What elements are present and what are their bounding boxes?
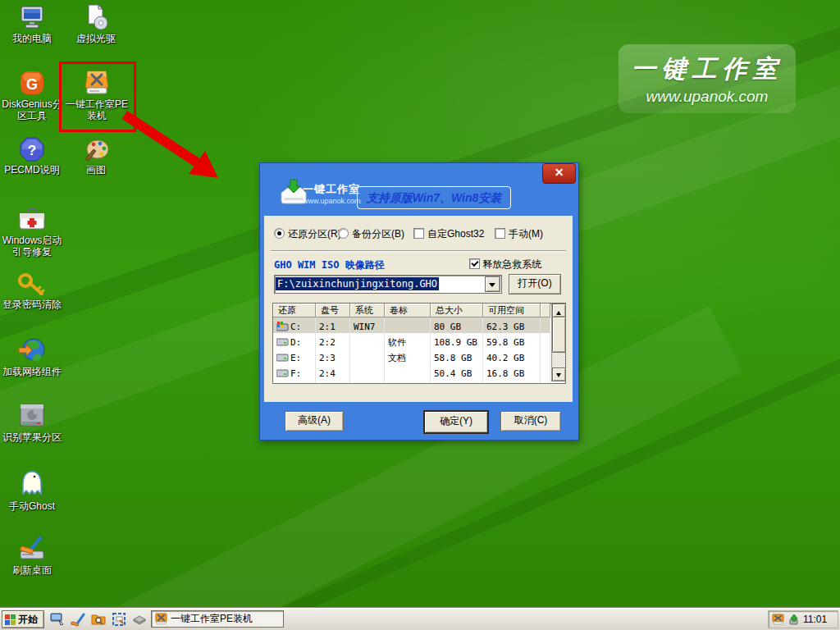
checkbox-manual[interactable]: 手动(M) xyxy=(495,227,543,241)
checkbox-ghost-label: 自定Ghost32 xyxy=(427,228,484,240)
table-row[interactable]: D: 2:2 软件 108.9 GB 59.8 GB xyxy=(273,333,550,349)
paint-icon xyxy=(82,136,110,162)
close-button[interactable]: ✕ xyxy=(542,163,576,184)
icon-label: 加载网络组件 xyxy=(2,367,62,378)
col-disk[interactable]: 盘号 xyxy=(316,304,350,317)
icon-label: 虚拟光驱 xyxy=(76,34,116,45)
desktop-icon-pecmd-help[interactable]: ? PECMD说明 xyxy=(3,136,61,176)
image-path-combobox[interactable]: F:\zuixinchunjingxitong.GHO xyxy=(274,275,502,294)
icon-label: 刷新桌面 xyxy=(12,565,52,577)
show-desktop-icon[interactable] xyxy=(49,611,66,628)
cancel-button[interactable]: 取消(C) xyxy=(500,411,561,431)
desktop-icon-apple-partition[interactable]: 识别苹果分区 xyxy=(0,402,64,444)
screen-capture-icon[interactable] xyxy=(111,611,127,628)
col-free[interactable]: 可用空间 xyxy=(483,304,541,317)
col-system[interactable]: 系统 xyxy=(350,304,385,317)
scroll-thumb[interactable] xyxy=(552,317,566,353)
desktop-icon-paint[interactable]: 画图 xyxy=(71,136,121,176)
desktop-icon-manual-ghost[interactable]: 手动Ghost xyxy=(0,469,64,513)
desktop-icon-virtual-cdrom[interactable]: 虚拟光驱 xyxy=(69,3,123,45)
diskgenius-icon: G xyxy=(18,69,46,97)
pecmd-help-icon: ? xyxy=(19,136,45,162)
radio-icon xyxy=(338,228,349,239)
partition-table-grid: 还原 盘号 系统 卷标 总大小 可用空间 C: 2:1 WIN7 80 GB xyxy=(273,304,550,384)
pe-installer-dialog: 一键工作室 www.upanok.com 支持原版Win7、Win8安装 ✕ 还… xyxy=(259,162,579,441)
system-tray: 11:01 xyxy=(768,610,838,628)
watermark-panel: 一键工作室 www.upanok.com xyxy=(619,44,796,113)
start-label: 开始 xyxy=(18,613,38,627)
icon-label: 画图 xyxy=(86,165,106,176)
radio-backup-partition[interactable]: 备份分区(B) xyxy=(338,227,404,241)
dialog-brand-title: 一键工作室 xyxy=(303,182,361,197)
icon-label: 识别苹果分区 xyxy=(2,432,62,444)
refresh-desktop-icon xyxy=(17,535,47,563)
annotation-arrow xyxy=(115,107,230,189)
drive-icon xyxy=(276,338,289,346)
advanced-button[interactable]: 高级(A) xyxy=(285,411,344,431)
virtual-cdrom-icon xyxy=(82,3,110,31)
table-row[interactable]: usbU: 1:1 一键 7 GB 7 GB xyxy=(273,380,550,384)
table-row[interactable]: F: 2:4 50.4 GB 16.8 GB xyxy=(273,364,550,380)
partition-table[interactable]: 还原 盘号 系统 卷标 总大小 可用空间 C: 2:1 WIN7 80 GB xyxy=(272,303,566,384)
dialog-brand: 一键工作室 www.upanok.com xyxy=(303,182,361,205)
checkbox-custom-ghost32[interactable]: 自定Ghost32 xyxy=(413,227,484,241)
scroll-up-button[interactable] xyxy=(552,304,566,317)
quick-launch xyxy=(49,611,148,628)
tray-pe-icon[interactable] xyxy=(772,614,784,625)
icon-label: PECMD说明 xyxy=(4,165,59,176)
clock[interactable]: 11:01 xyxy=(803,614,827,625)
desktop-icon-diskgenius[interactable]: G DiskGenius分区工具 xyxy=(2,69,62,122)
icon-label: Windows启动引导修复 xyxy=(0,235,64,258)
table-scrollbar[interactable] xyxy=(551,304,565,381)
col-volume[interactable]: 卷标 xyxy=(385,304,431,317)
taskbar: 开始 一键工作室PE装机 xyxy=(0,608,840,630)
explorer-search-icon[interactable] xyxy=(90,611,107,628)
task-app-icon xyxy=(155,613,167,625)
tray-eject-icon[interactable] xyxy=(787,614,799,625)
svg-text:G: G xyxy=(26,76,38,93)
col-filler xyxy=(541,304,550,317)
start-button[interactable]: 开始 xyxy=(2,610,44,628)
device-icon[interactable] xyxy=(131,611,148,628)
password-key-icon xyxy=(17,272,47,297)
desktop-icon-boot-repair[interactable]: Windows启动引导修复 xyxy=(0,207,64,258)
col-restore[interactable]: 还原 xyxy=(273,304,316,317)
combobox-dropdown-button[interactable] xyxy=(485,276,500,292)
network-globe-icon xyxy=(17,336,47,364)
taskbar-task-button[interactable]: 一键工作室PE装机 xyxy=(151,610,284,628)
task-label: 一键工作室PE装机 xyxy=(171,612,253,626)
radio-restore-label: 还原分区(R) xyxy=(288,228,341,240)
checkbox-icon xyxy=(413,228,424,239)
icon-label: 手动Ghost xyxy=(9,501,55,513)
drive-icon xyxy=(276,369,289,377)
icon-label: DiskGenius分区工具 xyxy=(2,99,62,122)
radio-restore-partition[interactable]: 还原分区(R) xyxy=(274,227,341,241)
open-button[interactable]: 打开(O) xyxy=(509,274,561,294)
checkbox-manual-label: 手动(M) xyxy=(509,228,543,240)
desktop-icon-refresh-desktop[interactable]: 刷新桌面 xyxy=(3,535,61,577)
checkbox-rescue-system[interactable]: 释放急救系统 xyxy=(469,258,541,272)
my-computer-icon xyxy=(18,5,46,31)
dialog-body: 还原分区(R) 备份分区(B) 自定Ghost32 手动(M) GHO WIM … xyxy=(264,216,573,402)
watermark-url: www.upanok.com xyxy=(646,88,769,106)
table-row[interactable]: E: 2:3 文档 58.8 GB 40.2 GB xyxy=(273,349,550,364)
dialog-brand-url: www.upanok.com xyxy=(303,197,361,205)
image-path-value: F:\zuixinchunjingxitong.GHO xyxy=(276,277,439,290)
icon-label: 我的电脑 xyxy=(12,34,52,45)
table-header-row: 还原 盘号 系统 卷标 总大小 可用空间 xyxy=(273,304,550,317)
drive-icon xyxy=(276,354,289,362)
desktop-icon-password-key[interactable]: 登录密码清除 xyxy=(0,272,64,311)
ok-button[interactable]: 确定(Y) xyxy=(423,410,489,434)
radio-backup-label: 备份分区(B) xyxy=(352,228,404,240)
checkbox-icon xyxy=(495,228,505,239)
watermark-title: 一键工作室 xyxy=(632,52,783,86)
divider xyxy=(271,250,566,252)
radio-icon xyxy=(274,228,285,239)
apple-partition-icon xyxy=(17,402,47,430)
refresh-brush-icon[interactable] xyxy=(70,611,86,628)
col-total[interactable]: 总大小 xyxy=(431,304,483,317)
scroll-down-button[interactable] xyxy=(552,368,566,381)
desktop-icon-my-computer[interactable]: 我的电脑 xyxy=(3,5,61,45)
table-row[interactable]: C: 2:1 WIN7 80 GB 62.3 GB xyxy=(273,317,550,333)
desktop-icon-network-globe[interactable]: 加载网络组件 xyxy=(0,336,64,378)
